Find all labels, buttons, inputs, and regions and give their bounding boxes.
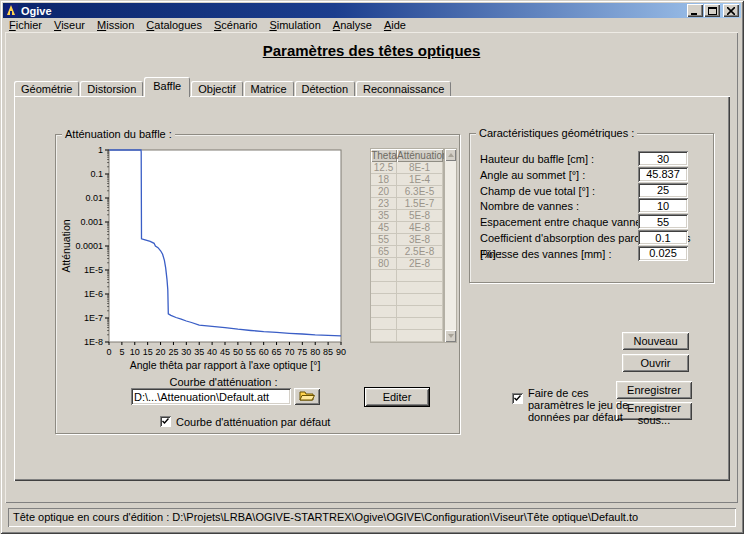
table-cell[interactable] (397, 294, 443, 306)
minimize-icon (691, 7, 699, 15)
x-tick-label: 85 (323, 347, 333, 357)
open-button[interactable]: Ouvrir (622, 354, 689, 372)
status-text: Tête optique en cours d'édition : D:\Pro… (13, 511, 638, 523)
table-cell[interactable] (371, 306, 397, 318)
table-cell[interactable] (371, 294, 397, 306)
geometry-field-input[interactable] (638, 214, 688, 229)
geometry-field-input[interactable] (638, 246, 688, 261)
table-cell[interactable] (397, 270, 443, 282)
table-cell[interactable]: 8E-1 (397, 162, 443, 174)
edit-button[interactable]: Editer (364, 387, 430, 407)
attenuation-table: Theta [°]Atténuation12.58E-1181E-4206.3E… (370, 148, 457, 343)
geometry-field-label: Angle au sommet [°] : (480, 169, 585, 181)
new-button[interactable]: Nouveau (622, 332, 689, 350)
tab-reconnaissance[interactable]: Reconnaissance (356, 81, 451, 97)
curve-file-label: Courbe d'atténuation : (116, 376, 331, 388)
tab-geometrie[interactable]: Géométrie (14, 81, 79, 97)
table-cell[interactable]: 3E-8 (397, 234, 443, 246)
menu-simulation[interactable]: Simulation (263, 18, 326, 32)
curve-file-input[interactable] (131, 388, 291, 405)
tab-objectif[interactable]: Objectif (191, 81, 242, 97)
table-cell[interactable] (371, 330, 397, 342)
maximize-button[interactable] (704, 4, 720, 17)
default-curve-checkbox[interactable]: Courbe d'atténuation par défaut (160, 416, 330, 428)
plot-area (109, 150, 341, 342)
geometry-field-input[interactable] (638, 167, 688, 182)
geometry-field-input[interactable] (638, 183, 688, 198)
table-cell[interactable]: 5E-8 (397, 210, 443, 222)
page-title: Paramètres des têtes optiques (5, 42, 738, 59)
table-cell[interactable] (397, 306, 443, 318)
geometry-field-row: Hauteur du baffle [cm] : (480, 151, 705, 167)
geometry-field-row: Finesse des vannes [mm] : (480, 246, 705, 262)
default-dataset-checkbox[interactable]: Faire de ces paramètres le jeu de donnée… (512, 387, 634, 423)
x-tick-label: 55 (246, 347, 256, 357)
table-cell[interactable] (397, 330, 443, 342)
minimize-button[interactable] (687, 4, 703, 17)
table-cell[interactable]: 20 (371, 186, 397, 198)
scroll-up-button[interactable] (445, 149, 456, 161)
x-tick-label: 90 (336, 347, 346, 357)
menu-scenario[interactable]: Scénario (208, 18, 263, 32)
close-button[interactable] (723, 4, 739, 17)
tab-detection[interactable]: Détection (295, 81, 355, 97)
table-cell[interactable]: 55 (371, 234, 397, 246)
table-scrollbar[interactable] (444, 148, 457, 343)
x-tick-label: 80 (310, 347, 320, 357)
x-tick-label: 50 (233, 347, 243, 357)
table-cell[interactable] (371, 270, 397, 282)
table-cell[interactable] (397, 318, 443, 330)
x-tick-label: 35 (194, 347, 204, 357)
attenuation-group-label: Atténuation du baffle : (62, 128, 175, 140)
menu-catalogues[interactable]: Catalogues (140, 18, 208, 32)
folder-open-icon (299, 390, 315, 401)
x-tick-label: 30 (181, 347, 191, 357)
menu-mission[interactable]: Mission (91, 18, 140, 32)
table-cell[interactable]: 45 (371, 222, 397, 234)
table-cell[interactable]: 23 (371, 198, 397, 210)
table-cell[interactable]: 80 (371, 258, 397, 270)
table-cell[interactable] (397, 282, 443, 294)
geometry-field-label: Nombre de vannes : (480, 200, 579, 212)
menu-analyse[interactable]: Analyse (327, 18, 378, 32)
status-bar: Tête optique en cours d'édition : D:\Pro… (8, 508, 736, 527)
table-cell[interactable]: 2.5E-8 (397, 246, 443, 258)
menu-viseur[interactable]: Viseur (48, 18, 91, 32)
y-tick-label: 0.0001 (75, 241, 103, 251)
tab-distorsion[interactable]: Distorsion (80, 81, 143, 97)
tab-baffle[interactable]: Baffle (144, 77, 190, 97)
geometry-field-label: Champ de vue total [°] : (480, 185, 595, 197)
geometry-field-label: Finesse des vannes [mm] : (480, 248, 611, 260)
x-tick-label: 25 (168, 347, 178, 357)
scroll-down-button[interactable] (445, 330, 456, 342)
geometry-field-input[interactable] (638, 151, 688, 166)
browse-button[interactable] (294, 388, 320, 405)
table-cell[interactable]: 1.5E-7 (397, 198, 443, 210)
table-cell[interactable]: 35 (371, 210, 397, 222)
geometry-field-input[interactable] (638, 230, 688, 245)
y-tick-label: 0.001 (80, 217, 103, 227)
menu-aide[interactable]: Aide (378, 18, 412, 32)
geometry-field-input[interactable] (638, 198, 688, 213)
table-cell[interactable]: 6.3E-5 (397, 186, 443, 198)
checkbox-checked-icon[interactable] (160, 416, 171, 427)
attenuation-table-grid: Theta [°]Atténuation12.58E-1181E-4206.3E… (370, 148, 444, 343)
table-cell[interactable]: 18 (371, 174, 397, 186)
arrow-down-icon (448, 334, 454, 338)
table-cell[interactable]: 1E-4 (397, 174, 443, 186)
tab-matrice[interactable]: Matrice (244, 81, 294, 97)
menu-fichier[interactable]: Fichier (3, 18, 48, 32)
table-cell[interactable]: 4E-8 (397, 222, 443, 234)
window-title: Ogive (21, 5, 686, 17)
checkbox-checked-icon[interactable] (512, 393, 523, 404)
table-cell[interactable]: 2E-8 (397, 258, 443, 270)
main-panel: Paramètres des têtes optiques GéométrieD… (5, 32, 738, 503)
tab-strip: GéométrieDistorsionBaffleObjectifMatrice… (14, 77, 452, 97)
x-tick-label: 10 (130, 347, 140, 357)
table-cell[interactable]: 65 (371, 246, 397, 258)
table-cell[interactable] (371, 282, 397, 294)
table-cell[interactable]: 12.5 (371, 162, 397, 174)
x-axis-label: Angle thêta par rapport à l'axe optique … (130, 359, 321, 371)
table-cell[interactable] (371, 318, 397, 330)
geometry-groupbox: Caractéristiques géométriques : Hauteur … (469, 133, 714, 283)
